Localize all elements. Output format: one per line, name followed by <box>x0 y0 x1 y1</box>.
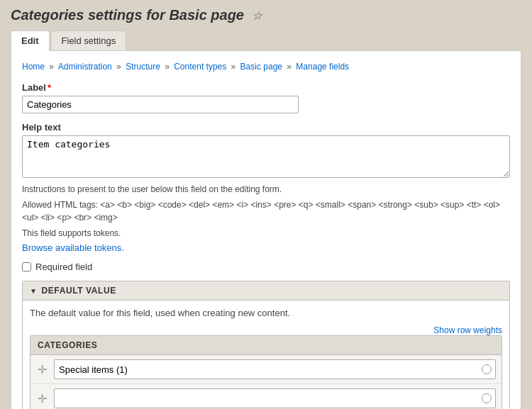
help-description-2: Allowed HTML tags: <a> <b> <big> <code> … <box>22 198 510 224</box>
title-italic-part: Categories <box>11 7 84 23</box>
radio-indicator-2[interactable] <box>482 393 492 403</box>
drag-handle-icon[interactable]: ✛ <box>36 362 48 378</box>
row-input-wrapper-1 <box>54 359 496 379</box>
default-value-body: The default value for this field, used w… <box>23 301 509 409</box>
title-rest-part: settings for <box>84 7 169 23</box>
label-field-group: Label* <box>22 82 510 113</box>
content-area: Home » Administration » Structure » Cont… <box>11 51 521 409</box>
browse-tokens-link[interactable]: Browse available tokens. <box>22 242 124 253</box>
show-row-weights-link[interactable]: Show row weights <box>433 325 502 335</box>
help-text-field-group: Help text Item categories Instructions t… <box>22 122 510 253</box>
help-description-1: Instructions to present to the user belo… <box>22 183 510 196</box>
default-value-description: The default value for this field, used w… <box>30 308 502 318</box>
category-input-1[interactable] <box>54 359 496 379</box>
breadcrumb-basic-page[interactable]: Basic page <box>240 62 282 72</box>
tab-edit[interactable]: Edit <box>11 30 50 51</box>
table-row: ✛ <box>31 355 501 384</box>
breadcrumb-home[interactable]: Home <box>22 62 45 72</box>
help-description-3: This field supports tokens. <box>22 227 510 240</box>
categories-table-header: CATEGORIES <box>31 336 501 355</box>
show-row-weights-area: Show row weights <box>30 325 502 335</box>
categories-table: CATEGORIES ✛ ✛ <box>30 335 502 409</box>
label-input[interactable] <box>22 96 299 113</box>
breadcrumb-structure[interactable]: Structure <box>126 62 160 72</box>
default-value-section: ▼ DEFAULT VALUE The default value for th… <box>22 281 510 409</box>
page-title: Categories settings for Basic page ☆ <box>11 7 521 23</box>
table-row: ✛ <box>31 384 501 409</box>
label-field-label: Label* <box>22 82 510 93</box>
title-bold-italic-part: Basic page <box>169 7 244 23</box>
required-field-label: Required field <box>35 262 92 272</box>
breadcrumb-manage-fields[interactable]: Manage fields <box>296 62 349 72</box>
star-icon[interactable]: ☆ <box>252 10 262 22</box>
help-text-input[interactable]: Item categories <box>22 135 510 178</box>
collapse-triangle-icon[interactable]: ▼ <box>30 287 38 295</box>
radio-indicator-1[interactable] <box>482 364 492 374</box>
required-field-row: Required field <box>22 262 510 272</box>
breadcrumb-administration[interactable]: Administration <box>58 62 112 72</box>
default-value-header: ▼ DEFAULT VALUE <box>23 281 509 301</box>
breadcrumb-content-types[interactable]: Content types <box>174 62 226 72</box>
required-star: * <box>48 82 51 93</box>
required-field-checkbox[interactable] <box>22 262 31 271</box>
drag-handle-icon[interactable]: ✛ <box>36 391 48 407</box>
breadcrumb: Home » Administration » Structure » Cont… <box>22 62 510 72</box>
category-input-2[interactable] <box>54 388 496 408</box>
tab-bar: Edit Field settings <box>11 30 521 51</box>
help-text-label: Help text <box>22 122 510 133</box>
row-input-wrapper-2 <box>54 388 496 408</box>
default-value-header-label: DEFAULT VALUE <box>42 286 116 296</box>
tab-field-settings[interactable]: Field settings <box>51 30 127 50</box>
categories-table-body: ✛ ✛ <box>31 355 501 409</box>
